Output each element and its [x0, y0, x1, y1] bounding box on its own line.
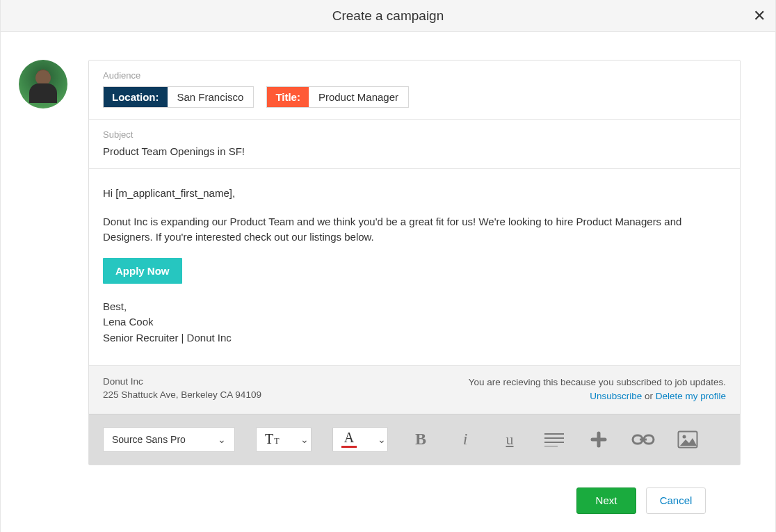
- plus-icon: [590, 431, 607, 448]
- delete-profile-link[interactable]: Delete my profile: [656, 391, 726, 401]
- modal-actions: Next Cancel: [88, 465, 741, 514]
- footer-notice: You are recieving this because you subsc…: [469, 376, 726, 389]
- bold-icon: B: [415, 430, 426, 449]
- email-greeting: Hi [m_applicant_first_name],: [103, 186, 726, 202]
- unsubscribe-link[interactable]: Unsubscribe: [590, 391, 642, 401]
- audience-tag-location[interactable]: Location: San Francisco: [103, 86, 254, 108]
- signoff-title: Senior Recruiter | Donut Inc: [103, 330, 726, 346]
- insert-button[interactable]: [587, 428, 611, 451]
- email-footer: Donut Inc 225 Shattuck Ave, Berkeley CA …: [89, 365, 740, 414]
- font-family-value: Source Sans Pro: [112, 434, 186, 445]
- content-column: Audience Location: San Francisco Title: …: [88, 60, 741, 514]
- modal-title: Create a campaign: [332, 8, 444, 24]
- font-size-icon: TT: [265, 431, 280, 447]
- create-campaign-modal: Create a campaign ✕ Audience Location: S…: [0, 0, 776, 532]
- audience-tag-title[interactable]: Title: Product Manager: [266, 86, 409, 108]
- cancel-button[interactable]: Cancel: [646, 487, 706, 514]
- link-icon: [631, 433, 655, 446]
- modal-body: Audience Location: San Francisco Title: …: [1, 32, 775, 532]
- underline-icon: u: [506, 430, 514, 449]
- underline-button[interactable]: u: [498, 428, 522, 451]
- chevron-down-icon: ⌄: [300, 434, 309, 445]
- apply-now-button[interactable]: Apply Now: [103, 258, 182, 284]
- subject-label: Subject: [103, 129, 726, 140]
- image-button[interactable]: [676, 428, 700, 451]
- font-family-select[interactable]: Source Sans Pro ⌄: [103, 427, 235, 452]
- composer-card: Audience Location: San Francisco Title: …: [88, 60, 741, 465]
- footer-company: Donut Inc: [103, 376, 261, 389]
- tag-key: Title:: [267, 87, 309, 107]
- audience-section: Audience Location: San Francisco Title: …: [89, 61, 740, 120]
- chevron-down-icon: ⌄: [218, 434, 226, 445]
- close-button[interactable]: ✕: [753, 8, 766, 24]
- email-paragraph: Donut Inc is expanding our Product Team …: [103, 214, 726, 245]
- footer-address: 225 Shattuck Ave, Berkeley CA 94109: [103, 389, 261, 402]
- audience-label: Audience: [103, 70, 726, 81]
- signoff-name: Lena Cook: [103, 314, 726, 330]
- email-body-editor[interactable]: Hi [m_applicant_first_name], Donut Inc i…: [89, 169, 740, 365]
- footer-or: or: [642, 391, 656, 401]
- subject-value[interactable]: Product Team Openings in SF!: [103, 145, 726, 157]
- editor-toolbar: Source Sans Pro ⌄ TT ⌄ A ⌄ B: [89, 414, 740, 465]
- email-signature: Best, Lena Cook Senior Recruiter | Donut…: [103, 299, 726, 346]
- image-icon: [677, 430, 698, 449]
- next-button[interactable]: Next: [576, 487, 636, 514]
- signoff-line: Best,: [103, 299, 726, 315]
- subject-section: Subject Product Team Openings in SF!: [89, 120, 740, 169]
- bold-button[interactable]: B: [409, 428, 433, 451]
- avatar: [19, 60, 67, 108]
- tag-key: Location:: [104, 87, 168, 107]
- audience-tags: Location: San Francisco Title: Product M…: [103, 86, 726, 108]
- font-color-icon: A: [341, 430, 357, 448]
- font-color-select[interactable]: A ⌄: [332, 427, 388, 452]
- close-icon: ✕: [753, 7, 766, 24]
- link-button[interactable]: [631, 428, 655, 451]
- footer-links: Unsubscribe or Delete my profile: [469, 389, 726, 403]
- svg-point-10: [683, 435, 686, 438]
- italic-icon: i: [463, 430, 468, 449]
- font-size-select[interactable]: TT ⌄: [256, 427, 312, 452]
- tag-value: Product Manager: [309, 87, 408, 107]
- tag-value: San Francisco: [168, 87, 254, 107]
- align-icon: [544, 433, 565, 446]
- footer-notice-block: You are recieving this because you subsc…: [469, 376, 726, 404]
- footer-company-block: Donut Inc 225 Shattuck Ave, Berkeley CA …: [103, 376, 261, 404]
- italic-button[interactable]: i: [453, 428, 477, 451]
- chevron-down-icon: ⌄: [378, 434, 386, 445]
- modal-header: Create a campaign ✕: [1, 0, 775, 32]
- align-button[interactable]: [542, 428, 566, 451]
